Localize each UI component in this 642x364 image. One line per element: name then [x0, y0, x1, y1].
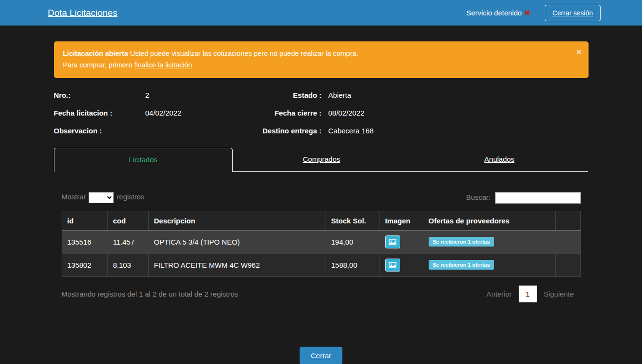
search-input[interactable] — [495, 192, 581, 204]
alert-text: Usted puede visualizar las cotizaciones … — [128, 50, 358, 57]
table-zone: Mostrarregistros Buscar: id cod Descripc… — [54, 192, 589, 302]
page-number-button[interactable]: 1 — [519, 286, 537, 302]
tender-items-table: id cod Descripcion Stock Sol. Imagen Ofe… — [62, 211, 581, 277]
next-page-button[interactable]: Siguiente — [537, 286, 581, 302]
estado-label: Estado : — [230, 91, 322, 99]
close-button[interactable]: Cerrar — [300, 347, 342, 364]
nro-label: Nro.: — [54, 91, 145, 99]
search-control: Buscar: — [466, 192, 581, 204]
tab-anulados-label: Anulados — [485, 155, 515, 163]
navbar: Dota Licitaciones Servicio detenido✖ Cer… — [0, 0, 642, 26]
page-length-select[interactable] — [89, 192, 114, 203]
logout-button[interactable]: Cerrar sesión — [545, 5, 601, 21]
cell-id: 135802 — [62, 253, 107, 276]
col-header-imagen[interactable]: Imagen — [380, 211, 423, 230]
cell-empty — [555, 230, 580, 253]
image-button[interactable] — [385, 235, 400, 248]
destino-entrega-label: Destino entrega : — [230, 127, 322, 135]
alert-title: Licitacación abierta — [63, 50, 128, 57]
offers-badge[interactable]: Se recibieron 1 ofertas — [429, 260, 495, 270]
tab-licitados[interactable]: Licitados — [54, 148, 233, 172]
col-header-cod[interactable]: cod — [107, 211, 148, 230]
cell-stock: 1588,00 — [326, 253, 380, 276]
cell-id: 135516 — [62, 230, 107, 253]
image-icon — [389, 239, 396, 245]
previous-page-button[interactable]: Anterior — [480, 286, 519, 302]
records-info: Mostrando registros del 1 al 2 de un tot… — [62, 290, 238, 298]
cell-stock: 194,00 — [326, 230, 380, 253]
col-header-stock[interactable]: Stock Sol. — [326, 211, 380, 230]
page-length-control: Mostrarregistros — [62, 192, 144, 203]
tab-licitados-label: Licitados — [129, 156, 157, 164]
tender-details: Nro.: 2 Estado : Abierta Fecha licitacio… — [54, 91, 589, 135]
fecha-licitacion-value: 04/02/2022 — [145, 109, 230, 117]
finish-tender-link[interactable]: finalice la licitación — [134, 61, 192, 69]
col-header-ofertas[interactable]: Ofertas de proveedores — [423, 211, 555, 230]
service-status: Servicio detenido✖ — [466, 9, 530, 17]
registros-label: registros — [117, 193, 144, 201]
brand-link[interactable]: Dota Licitaciones — [48, 8, 118, 18]
nro-value: 2 — [145, 91, 230, 99]
fecha-cierre-label: Fecha cierre : — [230, 109, 322, 117]
table-row: 135802 8.103 FILTRO ACEITE MWM 4C W962 1… — [62, 253, 580, 276]
alert-line2-text: Para comprar, primero — [63, 61, 134, 69]
open-tender-alert: × Licitacación abierta Usted puede visua… — [54, 41, 589, 78]
alert-line-2: Para comprar, primero finalice la licita… — [63, 60, 567, 71]
col-header-empty — [555, 211, 580, 230]
close-icon[interactable]: × — [576, 47, 581, 56]
cell-cod: 11.457 — [107, 230, 148, 253]
tabs-bar: Licitados Comprados Anulados — [54, 148, 589, 172]
col-header-id[interactable]: id — [62, 211, 107, 230]
cell-descripcion: OPTICA 5 3/4 (TIPO NEO) — [148, 230, 326, 253]
estado-value: Abierta — [322, 91, 589, 99]
fecha-cierre-value: 08/02/2022 — [322, 109, 589, 117]
cell-empty — [555, 253, 580, 276]
observacion-label: Observacion : — [54, 127, 145, 135]
tab-anulados[interactable]: Anulados — [410, 148, 588, 172]
image-button[interactable] — [385, 259, 400, 272]
cell-cod: 8.103 — [107, 253, 148, 276]
tab-comprados[interactable]: Comprados — [233, 148, 410, 172]
fecha-licitacion-label: Fecha licitacion : — [54, 109, 145, 117]
col-header-descripcion[interactable]: Descripcion — [148, 211, 326, 230]
buscar-label: Buscar: — [466, 193, 491, 201]
table-footer: Mostrando registros del 1 al 2 de un tot… — [62, 286, 581, 302]
tab-comprados-label: Comprados — [303, 155, 341, 163]
table-header-row: id cod Descripcion Stock Sol. Imagen Ofe… — [62, 211, 580, 230]
offers-badge[interactable]: Se recibieron 1 ofertas — [429, 237, 495, 247]
alert-line-1: Licitacación abierta Usted puede visuali… — [63, 48, 567, 60]
pagination: Anterior 1 Siguiente — [480, 286, 580, 302]
destino-entrega-value: Cabecera 168 — [322, 127, 589, 135]
service-status-text: Servicio detenido — [466, 9, 522, 17]
cell-descripcion: FILTRO ACEITE MWM 4C W962 — [148, 253, 326, 276]
mostrar-label: Mostrar — [62, 193, 86, 201]
service-stopped-icon: ✖ — [524, 9, 530, 17]
image-icon — [389, 262, 396, 268]
table-row: 135516 11.457 OPTICA 5 3/4 (TIPO NEO) 19… — [62, 230, 580, 253]
table-controls: Mostrarregistros Buscar: — [62, 192, 581, 204]
